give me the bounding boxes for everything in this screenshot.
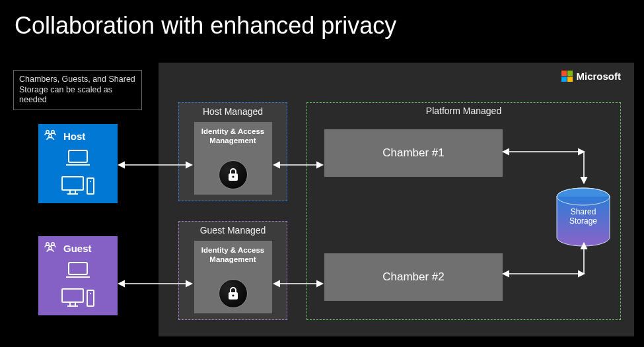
guest-org-card: Guest bbox=[38, 236, 118, 315]
microsoft-logo-icon bbox=[561, 71, 573, 82]
guest-iam-box: Identity & Access Management bbox=[194, 241, 272, 313]
storage-label-2: Storage bbox=[569, 217, 597, 226]
desktop-icon bbox=[59, 174, 96, 197]
svg-rect-4 bbox=[62, 177, 83, 190]
svg-point-15 bbox=[232, 175, 234, 177]
lock-icon bbox=[219, 160, 248, 189]
svg-rect-3 bbox=[69, 150, 87, 162]
host-iam-label: Identity & Access Management bbox=[194, 127, 272, 146]
host-managed-title: Host Managed bbox=[179, 106, 287, 117]
svg-point-17 bbox=[232, 294, 234, 296]
svg-rect-12 bbox=[87, 290, 94, 306]
people-icon bbox=[44, 129, 58, 141]
host-label: Host bbox=[63, 131, 111, 142]
microsoft-logo-text: Microsoft bbox=[577, 71, 622, 82]
svg-point-13 bbox=[90, 293, 91, 294]
platform-panel: Microsoft Host Managed Identity & Access… bbox=[159, 63, 634, 336]
desktop-icon bbox=[59, 286, 96, 309]
laptop-icon bbox=[63, 260, 92, 280]
microsoft-logo: Microsoft bbox=[561, 71, 622, 82]
host-iam-box: Identity & Access Management bbox=[194, 122, 272, 195]
chamber-1: Chamber #1 bbox=[324, 129, 503, 177]
guest-managed-zone: Guest Managed Identity & Access Manageme… bbox=[178, 221, 287, 320]
storage-label-1: Shared bbox=[569, 208, 597, 217]
svg-rect-10 bbox=[69, 263, 87, 274]
laptop-icon bbox=[63, 148, 92, 168]
guest-label: Guest bbox=[63, 243, 111, 254]
host-managed-zone: Host Managed Identity & Access Managemen… bbox=[178, 102, 287, 201]
svg-point-6 bbox=[90, 181, 91, 182]
platform-managed-title: Platform Managed bbox=[307, 106, 620, 116]
scaling-note: Chambers, Guests, and Shared Storage can… bbox=[13, 70, 142, 110]
shared-storage: Shared Storage bbox=[555, 187, 611, 247]
host-org-card: Host bbox=[38, 124, 118, 203]
platform-managed-zone: Platform Managed Chamber #1 Chamber #2 S… bbox=[306, 102, 621, 320]
people-icon bbox=[44, 241, 58, 253]
lock-icon bbox=[219, 279, 248, 308]
page-title: Collaboration with enhanced privacy bbox=[15, 12, 396, 40]
svg-rect-5 bbox=[87, 178, 94, 194]
svg-rect-11 bbox=[62, 289, 83, 302]
guest-iam-label: Identity & Access Management bbox=[194, 246, 272, 265]
guest-managed-title: Guest Managed bbox=[179, 225, 287, 236]
chamber-2: Chamber #2 bbox=[324, 253, 503, 301]
